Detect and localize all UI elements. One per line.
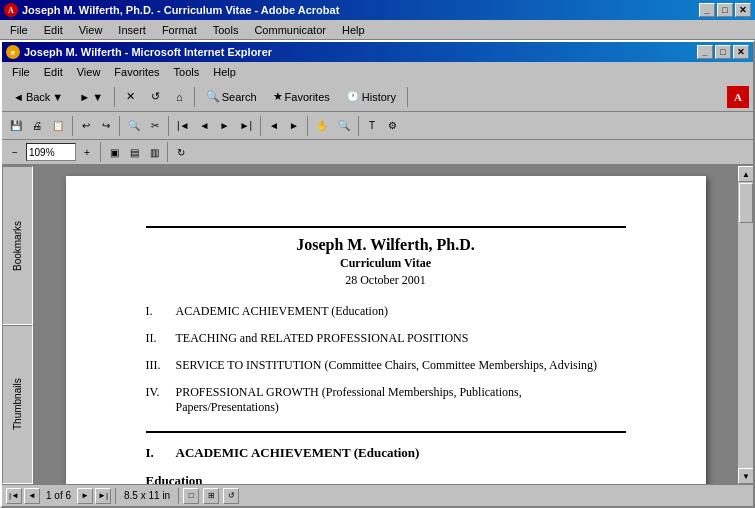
pdf-toolbar-1: 💾 🖨 📋 ↩ ↪ 🔍 ✂ |◄ ◄ ► ►| ◄ ► ✋ 🔍 T ⚙ [2,112,753,140]
pdf-rotate-btn[interactable]: ↻ [172,142,190,162]
favorites-label: Favorites [285,91,330,103]
pdf-copy-btn[interactable]: 📋 [48,116,68,136]
pdf-prev-view-btn[interactable]: ◄ [265,116,283,136]
search-label: Search [222,91,257,103]
menu-file[interactable]: File [4,22,34,38]
prev-page-btn[interactable]: ◄ [24,488,40,504]
scroll-up-btn[interactable]: ▲ [738,166,753,182]
toc-text-3: SERVICE TO INSTITUTION (Committee Chairs… [176,358,626,373]
back-button[interactable]: ◄ Back ▼ [6,85,70,109]
home-icon: ⌂ [176,91,183,103]
ie-title-bar: e Joseph M. Wilferth - Microsoft Interne… [2,42,753,62]
pdf-sep-5 [307,116,308,136]
menu-edit[interactable]: Edit [38,22,69,38]
ie-menu-view[interactable]: View [71,64,107,80]
pdf-prev-page-btn[interactable]: ◄ [196,116,214,136]
stop-button[interactable]: ✕ [119,85,142,109]
ie-menu-favorites[interactable]: Favorites [108,64,165,80]
forward-button[interactable]: ► ▼ [72,85,110,109]
pdf-save-btn[interactable]: 💾 [6,116,26,136]
scroll-down-btn[interactable]: ▼ [738,468,753,484]
forward-dropdown-icon[interactable]: ▼ [92,91,103,103]
education-heading: Education [146,473,626,484]
minimize-button[interactable]: _ [699,3,715,17]
toc-item-4: IV. PROFESSIONAL GROWTH (Professional Me… [146,385,626,415]
pdf-last-page-btn[interactable]: ►| [236,116,257,136]
scroll-thumb[interactable] [739,183,753,223]
pdf-redo-btn[interactable]: ↪ [97,116,115,136]
pdf-first-page-btn[interactable]: |◄ [173,116,194,136]
pdf-cut-btn[interactable]: ✂ [146,116,164,136]
pdf-play-btn[interactable]: ► [216,116,234,136]
pdf-zoom-in-btn[interactable]: + [78,142,96,162]
pdf-print-btn[interactable]: 🖨 [28,116,46,136]
home-button[interactable]: ⌂ [169,85,190,109]
pdf-settings-btn[interactable]: ⚙ [383,116,401,136]
menu-insert[interactable]: Insert [112,22,152,38]
next-page-btn[interactable]: ► [77,488,93,504]
history-button[interactable]: 🕐 History [339,85,403,109]
ie-close-button[interactable]: ✕ [733,45,749,59]
toc-text-1: ACADEMIC ACHIEVEMENT (Education) [176,304,626,319]
adobe-icon: A [727,86,749,108]
menu-help[interactable]: Help [336,22,371,38]
search-button[interactable]: 🔍 Search [199,85,264,109]
menu-communicator[interactable]: Communicator [248,22,332,38]
document-date: 28 October 2001 [146,273,626,288]
close-button[interactable]: ✕ [735,3,751,17]
pdf-zoom-btn[interactable]: 🔍 [334,116,354,136]
outer-title-left: A Joseph M. Wilferth, Ph.D. - Curriculum… [4,3,339,17]
menu-tools[interactable]: Tools [207,22,245,38]
thumbnails-tab[interactable]: Thumbnails [2,325,33,484]
pdf-viewer[interactable]: Joseph M. Wilferth, Ph.D. Curriculum Vit… [34,166,737,484]
pdf-facing-btn[interactable]: ▥ [145,142,163,162]
last-page-btn[interactable]: ►| [95,488,111,504]
ie-menu-tools[interactable]: Tools [168,64,206,80]
vertical-scrollbar[interactable]: ▲ ▼ [737,166,753,484]
back-dropdown-icon[interactable]: ▼ [52,91,63,103]
pdf-continuous-btn[interactable]: ▤ [125,142,143,162]
outer-title-bar: A Joseph M. Wilferth, Ph.D. - Curriculum… [0,0,755,20]
pdf-text-btn[interactable]: T [363,116,381,136]
fit-width-btn[interactable]: ⊞ [203,488,219,504]
pdf-hand-btn[interactable]: ✋ [312,116,332,136]
favorites-icon: ★ [273,90,283,103]
ie-menu-file[interactable]: File [6,64,36,80]
fit-page-btn[interactable]: □ [183,488,199,504]
menu-view[interactable]: View [73,22,109,38]
app-icon: A [4,3,18,17]
pdf-next-view-btn[interactable]: ► [285,116,303,136]
rotate-view-btn[interactable]: ↺ [223,488,239,504]
outer-title-text: Joseph M. Wilferth, Ph.D. - Curriculum V… [22,4,339,16]
page-size-display: 8.5 x 11 in [120,490,174,501]
ie-minimize-button[interactable]: _ [697,45,713,59]
pdf-zoom-out-btn[interactable]: − [6,142,24,162]
current-page: 1 [46,490,52,501]
scroll-track[interactable] [738,182,753,468]
maximize-button[interactable]: □ [717,3,733,17]
pdf-find-btn[interactable]: 🔍 [124,116,144,136]
ie-title-buttons[interactable]: _ □ ✕ [697,45,749,59]
ie-nav-toolbar: ◄ Back ▼ ► ▼ ✕ ↺ ⌂ 🔍 Search ★ Favorites … [2,82,753,112]
ie-menu-edit[interactable]: Edit [38,64,69,80]
outer-title-buttons[interactable]: _ □ ✕ [699,3,751,17]
pdf-toolbar-2: − 109% + ▣ ▤ ▥ ↻ [2,140,753,166]
history-icon: 🕐 [346,90,360,103]
section-1-header: I. ACADEMIC ACHIEVEMENT (Education) [146,445,626,461]
first-page-btn[interactable]: |◄ [6,488,22,504]
ie-menu-help[interactable]: Help [207,64,242,80]
bookmarks-tab[interactable]: Bookmarks [2,166,33,325]
pdf-single-page-btn[interactable]: ▣ [105,142,123,162]
thumbnails-label: Thumbnails [12,379,23,431]
pdf-sep-1 [72,116,73,136]
favorites-button[interactable]: ★ Favorites [266,85,337,109]
toolbar-sep-1 [114,87,115,107]
refresh-button[interactable]: ↺ [144,85,167,109]
section-1-title: ACADEMIC ACHIEVEMENT (Education) [176,445,420,461]
menu-format[interactable]: Format [156,22,203,38]
ie-maximize-button[interactable]: □ [715,45,731,59]
bookmarks-label: Bookmarks [12,221,23,271]
search-icon: 🔍 [206,90,220,103]
ie-window: e Joseph M. Wilferth - Microsoft Interne… [0,40,755,508]
pdf-undo-btn[interactable]: ↩ [77,116,95,136]
